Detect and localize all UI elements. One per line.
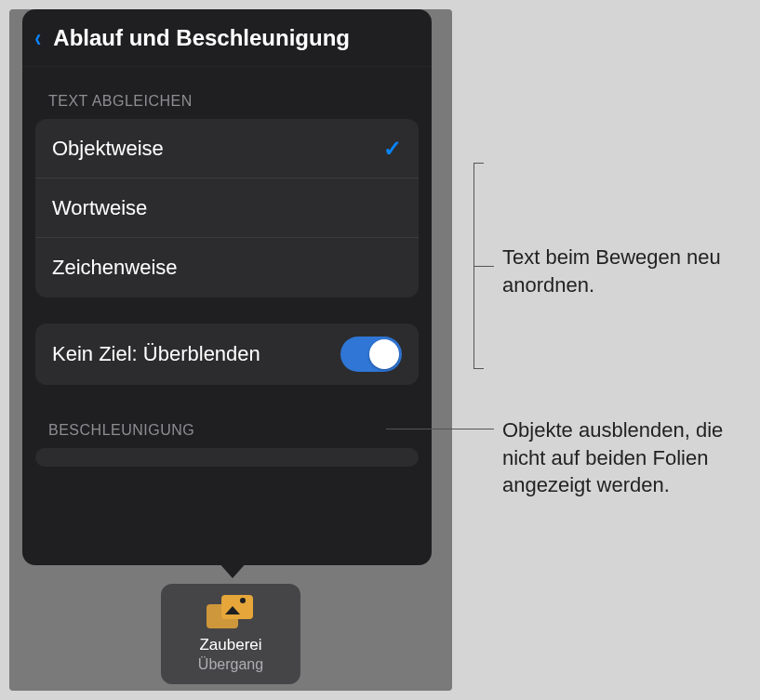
section-label-acceleration: BESCHLEUNIGUNG — [35, 385, 419, 448]
callout-leader-line — [473, 266, 494, 267]
option-label: Wortweise — [52, 196, 147, 220]
option-objektweise[interactable]: Objektweise ✓ — [35, 119, 419, 178]
option-label: Zeichenweise — [52, 256, 178, 280]
no-target-fade-row: Kein Ziel: Überblenden — [35, 324, 419, 385]
settings-popover: ‹ Ablauf und Beschleunigung TEXT ABGLEIC… — [22, 9, 432, 565]
popover-tail — [218, 561, 247, 578]
checkmark-icon: ✓ — [383, 136, 402, 162]
callout-text-match: Text beim Bewegen neu anordnen. — [502, 244, 753, 298]
app-viewport: ‹ Ablauf und Beschleunigung TEXT ABGLEIC… — [9, 9, 452, 691]
back-chevron-icon[interactable]: ‹ — [34, 25, 41, 51]
option-wortweise[interactable]: Wortweise — [35, 178, 419, 238]
callout-fade: Objekte ausblenden, die nicht auf beiden… — [502, 416, 753, 499]
option-zeichenweise[interactable]: Zeichenweise — [35, 238, 419, 297]
no-target-fade-toggle[interactable] — [340, 337, 402, 372]
option-label: Objektweise — [52, 137, 164, 161]
section-label-text-match: TEXT ABGLEICHEN — [35, 80, 419, 119]
toggle-label: Kein Ziel: Überblenden — [52, 341, 260, 368]
text-match-list: Objektweise ✓ Wortweise Zeichenweise — [35, 119, 419, 297]
transition-subtitle: Übergang — [198, 656, 263, 673]
acceleration-list-peek — [35, 448, 419, 467]
transition-name: Zauberei — [199, 636, 261, 654]
toggle-knob — [369, 339, 399, 369]
magic-move-icon — [207, 595, 255, 628]
callout-leader-line — [386, 429, 494, 429]
popover-title: Ablauf und Beschleunigung — [53, 25, 350, 51]
popover-content: TEXT ABGLEICHEN Objektweise ✓ Wortweise … — [22, 67, 432, 467]
popover-header: ‹ Ablauf und Beschleunigung — [22, 9, 432, 67]
transition-chip[interactable]: Zauberei Übergang — [161, 584, 300, 684]
